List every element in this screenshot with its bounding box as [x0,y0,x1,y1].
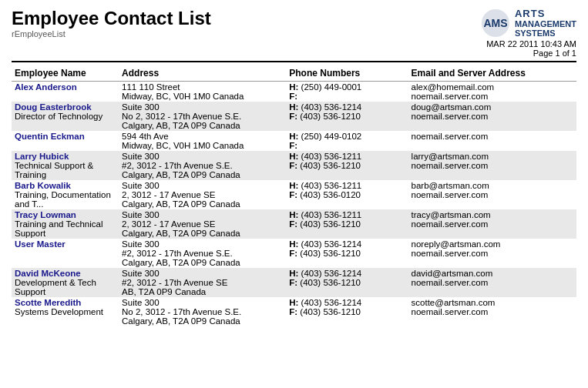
employee-email-cell: noreply@artsman.com noemail.server.com [408,239,576,268]
employee-name-cell: User Master [12,239,119,268]
report-name: rEmployeeList [12,29,211,38]
email-secondary: noemail.server.com [412,249,573,258]
employee-table-container: Employee Name Address Phone Numbers Emai… [12,65,576,326]
email-secondary: noemail.server.com [412,112,573,121]
phone-f-label: F: [289,278,297,287]
phone-f-label: F: [289,161,297,170]
employee-title: Director of Technology [15,112,116,121]
phone-f-label: F: [289,141,297,150]
employee-name: Tracy Lowman [15,210,116,219]
logo-text: ARTS MANAGEMENT SYSTEMS [515,8,576,38]
employee-name: Doug Easterbrook [15,102,116,112]
employee-address-cell: Suite 3002, 3012 - 17 Avenue SECalgary, … [119,180,286,209]
employee-name-cell: David McKeone Development & Tech Support [12,268,119,297]
employee-rows: Alex Anderson 111 110 StreetMidway, BC, … [12,82,576,327]
phone-f-label: F: [289,307,297,316]
col-header-phone: Phone Numbers [286,65,408,82]
phone-home: H: (403) 536-1214 [289,102,405,112]
employee-name-cell: Tracy Lowman Training and Technical Supp… [12,209,119,239]
employee-title: Training, Documentation and T... [15,190,116,209]
employee-title: Training and Technical Support [15,219,116,238]
address-line: 111 110 Street [122,82,283,92]
employee-address-cell: Suite 300No 2, 3012 - 17th Avenue S.E.Ca… [119,102,286,131]
phone-h-label: H: [289,181,298,190]
phone-f-label: F: [289,92,297,101]
employee-email-cell: larry@artsman.com noemail.server.com [408,151,576,180]
email-secondary: noemail.server.com [412,132,573,141]
address-line: Calgary, AB, T2A 0P9 Canada [122,121,283,130]
email-secondary: noemail.server.com [412,161,573,170]
svg-text:AMS: AMS [483,17,507,29]
table-row: Alex Anderson 111 110 StreetMidway, BC, … [12,82,576,102]
address-line: Suite 300 [122,269,283,278]
header-right: AMS ARTS MANAGEMENT SYSTEMS MAR 22 2011 … [481,8,576,58]
employee-name: David McKeone [15,269,116,278]
page-header: Employee Contact List rEmployeeList AMS … [12,8,576,58]
logo-management: MANAGEMENT [515,19,576,28]
phone-fax: F: [289,92,405,101]
phone-home: H: (403) 536-1211 [289,152,405,161]
employee-email-cell: doug@artsman.com noemail.server.com [408,102,576,131]
email-secondary: noemail.server.com [412,307,573,316]
table-row: Tracy Lowman Training and Technical Supp… [12,209,576,239]
address-line: No 2, 3012 - 17th Avenue S.E. [122,112,283,121]
table-row: Quentin Eckman 594 4th AveMidway, BC, V0… [12,131,576,151]
email-secondary: noemail.server.com [412,190,573,199]
phone-home: H: (403) 536-1211 [289,210,405,219]
employee-address-cell: Suite 3002, 3012 - 17 Avenue SECalgary, … [119,209,286,239]
employee-name: Quentin Eckman [15,132,116,141]
employee-address-cell: 111 110 StreetMidway, BC, V0H 1M0 Canada [119,82,286,102]
phone-h-label: H: [289,102,298,112]
page-title: Employee Contact List [12,8,211,29]
phone-h-label: H: [289,269,298,278]
employee-name-cell: Doug Easterbrook Director of Technology [12,102,119,131]
email-primary: noreply@artsman.com [412,239,573,249]
phone-h-label: H: [289,210,298,219]
employee-title: Development & Tech Support [15,278,116,296]
employee-email-cell: barb@artsman.com noemail.server.com [408,180,576,209]
table-row: David McKeone Development & Tech Support… [12,268,576,297]
employee-address-cell: Suite 300No 2, 3012 - 17th Avenue S.E.Ca… [119,297,286,326]
table-row: Scotte Meredith Systems Development Suit… [12,297,576,326]
phone-h-label: H: [289,239,298,249]
logo-systems: SYSTEMS [515,28,576,38]
employee-address-cell: Suite 300#2, 3012 - 17th Avenue S.E.Calg… [119,239,286,268]
employee-phone-cell: H: (403) 536-1214 F: (403) 536-1210 [286,239,408,268]
employee-title: Technical Support & Training [15,161,116,179]
employee-address-cell: 594 4th AveMidway, BC, V0H 1M0 Canada [119,131,286,151]
address-line: No 2, 3012 - 17th Avenue S.E. [122,307,283,316]
col-header-name: Employee Name [12,65,119,82]
phone-fax: F: (403) 536-1210 [289,219,405,229]
address-line: Suite 300 [122,239,283,249]
phone-f-label: F: [289,249,297,258]
employee-phone-cell: H: (403) 536-1211 F: (403) 536-1210 [286,209,408,239]
employee-name: Barb Kowalik [15,181,116,190]
employee-phone-cell: H: (250) 449-0102 F: [286,131,408,151]
phone-home: H: (403) 536-1214 [289,269,405,278]
address-line: 594 4th Ave [122,132,283,141]
phone-f-label: F: [289,219,297,229]
phone-fax: F: [289,141,405,150]
address-line: Calgary, AB, T2A 0P9 Canada [122,258,283,267]
employee-email-cell: tracy@artsman.com noemail.server.com [408,209,576,239]
date-info: MAR 22 2011 10:43 AM [481,39,576,48]
table-row: Doug Easterbrook Director of Technology … [12,102,576,131]
address-line: Calgary, AB, T2A 0P9 Canada [122,316,283,326]
address-line: Midway, BC, V0H 1M0 Canada [122,141,283,150]
address-line: Calgary, AB, T2A 0P9 Canada [122,199,283,209]
employee-title: Systems Development [15,307,116,316]
email-primary: barb@artsman.com [412,181,573,190]
employee-name-cell: Alex Anderson [12,82,119,102]
address-line: Suite 300 [122,152,283,161]
header-divider [12,61,576,62]
address-line: Suite 300 [122,102,283,112]
employee-name-cell: Barb Kowalik Training, Documentation and… [12,180,119,209]
email-primary: larry@artsman.com [412,152,573,161]
employee-phone-cell: H: (403) 536-1211 F: (403) 536-1210 [286,151,408,180]
phone-fax: F: (403) 536-1210 [289,249,405,258]
email-secondary: noemail.server.com [412,219,573,229]
phone-fax: F: (403) 536-1210 [289,112,405,121]
address-line: Calgary, AB, T2A 0P9 Canada [122,170,283,179]
email-secondary: noemail.server.com [412,92,573,101]
table-row: Larry Hubick Technical Support & Trainin… [12,151,576,180]
